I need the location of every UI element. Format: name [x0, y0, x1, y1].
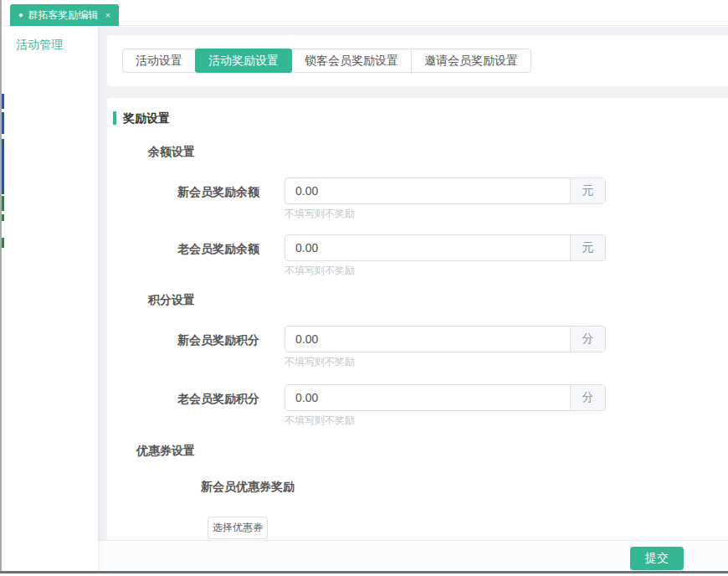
form-row-new-member-points: 新会员奖励积分 分 不填写则不奖励	[285, 326, 606, 368]
old-member-balance-input-group: 元	[285, 234, 606, 261]
submit-button[interactable]: 提交	[630, 547, 684, 570]
unit-suffix-fen: 分	[570, 385, 605, 410]
close-icon[interactable]: ×	[105, 10, 110, 20]
field-label: 老会员奖励余额	[107, 242, 259, 257]
window-tab-label: 群拓客奖励编辑	[28, 8, 98, 23]
tab-lock-member-reward-settings[interactable]: 锁客会员奖励设置	[291, 49, 412, 73]
window-tab-active[interactable]: ● 群拓客奖励编辑 ×	[10, 4, 119, 26]
new-member-points-input-group: 分	[285, 326, 606, 352]
field-hint: 不填写则不奖励	[285, 208, 606, 219]
sidebar-item-activity-management[interactable]: 活动管理	[4, 27, 98, 64]
sidebar: 活动管理	[4, 27, 98, 571]
field-hint: 不填写则不奖励	[285, 356, 606, 368]
field-hint: 不填写则不奖励	[285, 265, 606, 276]
new-member-balance-input[interactable]	[285, 178, 570, 203]
new-member-points-input[interactable]	[285, 327, 570, 352]
settings-tab-group: 活动设置 活动奖励设置 锁客会员奖励设置 邀请会员奖励设置	[122, 49, 531, 73]
group-title-coupon-settings: 优惠券设置	[107, 444, 195, 457]
old-member-balance-input[interactable]	[285, 235, 570, 260]
old-member-points-input-group: 分	[285, 384, 606, 411]
group-title-points-settings: 积分设置	[107, 293, 195, 306]
form-footer: 提交	[98, 540, 728, 571]
tab-activity-reward-settings[interactable]: 活动奖励设置	[195, 49, 292, 73]
unit-suffix-yuan: 元	[570, 178, 605, 203]
field-label: 新会员奖励余额	[107, 185, 259, 200]
old-member-points-input[interactable]	[285, 385, 570, 410]
field-label: 新会员奖励积分	[107, 333, 259, 348]
new-member-balance-input-group: 元	[285, 177, 606, 204]
field-label: 老会员奖励积分	[107, 392, 259, 407]
form-row-new-member-balance: 新会员奖励余额 元 不填写则不奖励	[285, 177, 606, 219]
active-dot-icon: ●	[18, 12, 23, 19]
tab-activity-settings[interactable]: 活动设置	[122, 49, 196, 73]
settings-tabs-card: 活动设置 活动奖励设置 锁客会员奖励设置 邀请会员奖励设置	[107, 35, 728, 86]
reward-settings-form-card: 奖励设置 余额设置 新会员奖励余额 元 不填写则不奖励 老会员奖励余额 元 不填…	[107, 98, 728, 540]
unit-suffix-fen: 分	[570, 327, 605, 352]
window-tab-bar: ● 群拓客奖励编辑 ×	[4, 0, 728, 26]
new-member-coupon-reward-label: 新会员优惠券奖励	[201, 480, 728, 493]
select-coupon-button[interactable]: 选择优惠券	[208, 517, 268, 539]
app-window: ● 群拓客奖励编辑 × 活动管理 活动设置 活动奖励设置 锁客会员奖励设置 邀请…	[0, 0, 728, 576]
form-row-old-member-points: 老会员奖励积分 分 不填写则不奖励	[285, 384, 606, 426]
unit-suffix-yuan: 元	[570, 235, 605, 260]
form-row-old-member-balance: 老会员奖励余额 元 不填写则不奖励	[285, 234, 606, 276]
window-bottom-edge	[0, 571, 728, 573]
section-title-reward-settings: 奖励设置	[113, 111, 728, 125]
group-title-balance-settings: 余额设置	[107, 145, 195, 158]
tab-invite-member-reward-settings[interactable]: 邀请会员奖励设置	[411, 49, 531, 73]
field-hint: 不填写则不奖励	[285, 414, 606, 426]
